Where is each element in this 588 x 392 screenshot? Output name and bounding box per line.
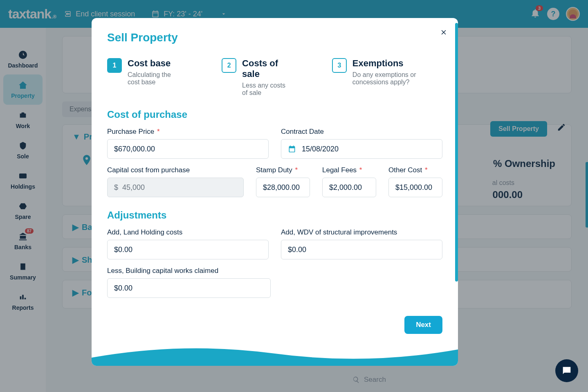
step-number: 3 [332, 58, 347, 73]
land-holding-input[interactable]: $0.00 [107, 240, 269, 259]
dollar-icon: $ [114, 183, 118, 192]
modal-scrollbar[interactable] [455, 23, 458, 282]
stepper: 1 Cost base Calculating the cost base 2 … [107, 58, 442, 97]
purchase-price-field: Purchase Price * $670,000.00 [107, 128, 269, 159]
contract-date-field: Contract Date 15/08/2020 [281, 128, 442, 159]
input-value: $0.00 [114, 246, 132, 254]
step-desc: Do any exemptions or concessions apply? [352, 71, 442, 86]
capital-cost-field: Capital cost from purchase $ 45,000 [107, 166, 244, 197]
input-value: $2,000.00 [329, 183, 362, 192]
stamp-duty-field: Stamp Duty * $28,000.00 [256, 166, 310, 197]
next-label: Next [416, 321, 431, 329]
close-icon [440, 29, 447, 36]
step-desc: Calculating the cost base [128, 71, 181, 86]
field-label: Less, Building capital works claimed [107, 267, 271, 275]
sell-property-modal: Sell Property 1 Cost base Calculating th… [92, 18, 458, 366]
legal-fees-field: Legal Fees * $2,000.00 [322, 166, 376, 197]
modal-title: Sell Property [107, 31, 442, 44]
step-label: Costs of sale [242, 58, 291, 79]
other-cost-input[interactable]: $15,000.00 [388, 178, 442, 197]
step-label: Cost base [128, 58, 181, 69]
input-value: $0.00 [114, 284, 132, 293]
step-number: 1 [107, 58, 122, 73]
section-adjustments: Adjustments [107, 210, 442, 221]
wdv-field: Add, WDV of structural improvements $0.0… [281, 228, 442, 259]
step-desc: Less any costs of sale [242, 82, 291, 97]
step-costs-of-sale[interactable]: 2 Costs of sale Less any costs of sale [222, 58, 291, 97]
field-label: Stamp Duty [256, 166, 292, 174]
step-label: Exemptions [352, 58, 442, 69]
chat-button[interactable] [555, 359, 578, 382]
legal-fees-input[interactable]: $2,000.00 [322, 178, 376, 197]
chat-icon [561, 365, 572, 376]
input-value: $28,000.00 [263, 183, 300, 192]
field-label: Add, Land Holding costs [107, 228, 269, 237]
next-button[interactable]: Next [404, 316, 442, 334]
field-label: Other Cost [388, 166, 422, 174]
section-cost-of-purchase: Cost of purchase [107, 109, 442, 120]
purchase-price-input[interactable]: $670,000.00 [107, 139, 269, 159]
stamp-duty-input[interactable]: $28,000.00 [256, 178, 310, 197]
step-cost-base[interactable]: 1 Cost base Calculating the cost base [107, 58, 181, 97]
field-label: Legal Fees [322, 166, 357, 174]
contract-date-input[interactable]: 15/08/2020 [281, 139, 442, 159]
calendar-icon [288, 145, 296, 153]
capital-works-input[interactable]: $0.00 [107, 278, 271, 298]
input-value: $0.00 [288, 246, 306, 254]
other-cost-field: Other Cost * $15,000.00 [388, 166, 442, 197]
step-exemptions[interactable]: 3 Exemptions Do any exemptions or conces… [332, 58, 442, 97]
capital-works-field: Less, Building capital works claimed $0.… [107, 267, 271, 298]
capital-cost-display: $ 45,000 [107, 178, 244, 197]
modal-wave-decoration [92, 341, 458, 366]
land-holding-field: Add, Land Holding costs $0.00 [107, 228, 269, 259]
field-label: Contract Date [281, 128, 442, 136]
close-button[interactable] [440, 29, 447, 38]
input-value: $670,000.00 [114, 145, 155, 153]
field-label: Purchase Price [107, 128, 154, 135]
field-label: Add, WDV of structural improvements [281, 228, 442, 237]
input-value: 45,000 [122, 183, 145, 192]
wdv-input[interactable]: $0.00 [281, 240, 442, 259]
field-label: Capital cost from purchase [107, 166, 244, 174]
input-value: $15,000.00 [395, 183, 432, 192]
input-value: 15/08/2020 [302, 145, 339, 153]
step-number: 2 [222, 58, 236, 73]
